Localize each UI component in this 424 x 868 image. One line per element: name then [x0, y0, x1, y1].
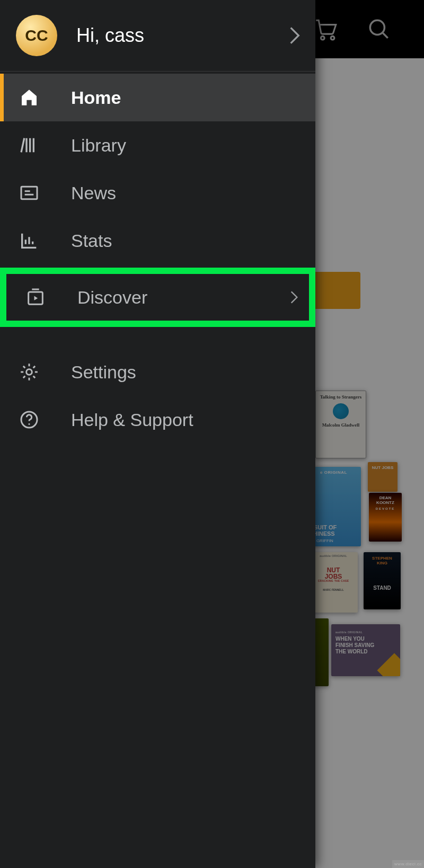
- menu-label: Home: [71, 87, 121, 108]
- svg-point-5: [26, 369, 32, 375]
- chevron-right-icon: [289, 25, 301, 46]
- greeting-text: Hi, cass: [76, 24, 289, 47]
- menu-label: Help & Support: [71, 410, 193, 430]
- menu-label: News: [71, 183, 116, 203]
- menu-list: Home Library News Stats: [0, 72, 315, 444]
- menu-item-home[interactable]: Home: [0, 74, 315, 121]
- profile-row[interactable]: CC Hi, cass: [0, 0, 315, 72]
- menu-item-stats[interactable]: Stats: [0, 217, 315, 264]
- avatar: CC: [16, 15, 57, 56]
- library-icon: [18, 135, 40, 156]
- backdrop-overlay[interactable]: [315, 0, 424, 868]
- nav-drawer: CC Hi, cass Home Library: [0, 0, 315, 868]
- menu-item-news[interactable]: News: [0, 169, 315, 217]
- menu-item-settings[interactable]: Settings: [0, 348, 315, 396]
- menu-label: Stats: [71, 231, 112, 251]
- menu-item-help[interactable]: Help & Support: [0, 396, 315, 444]
- stats-icon: [18, 230, 40, 251]
- news-icon: [18, 182, 40, 203]
- menu-label: Library: [71, 135, 126, 156]
- menu-label: Settings: [71, 362, 136, 383]
- svg-point-7: [29, 423, 30, 425]
- svg-rect-3: [21, 187, 37, 199]
- highlight-box: Discover: [0, 268, 315, 327]
- chevron-right-icon: [290, 290, 298, 305]
- watermark: www.dieci.cc: [392, 860, 424, 868]
- menu-item-library[interactable]: Library: [0, 121, 315, 169]
- menu-item-discover[interactable]: Discover: [6, 274, 309, 321]
- help-icon: [18, 409, 40, 430]
- home-icon: [18, 87, 40, 108]
- menu-label: Discover: [77, 287, 147, 308]
- discover-icon: [24, 287, 47, 308]
- avatar-initials: CC: [25, 26, 48, 45]
- gear-icon: [18, 361, 40, 383]
